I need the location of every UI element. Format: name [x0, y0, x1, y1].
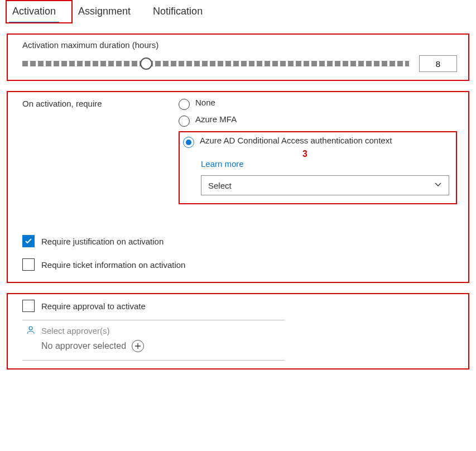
justification-label: Require justification on activation: [41, 237, 164, 246]
select-placeholder: Select: [208, 181, 232, 190]
radio-mfa-circle[interactable]: [179, 116, 190, 127]
person-icon: [26, 325, 36, 337]
duration-section: 1 Activation maximum duration (hours): [7, 33, 469, 81]
radio-ca-label: Azure AD Conditional Access authenticati…: [200, 136, 392, 145]
approval-label: Require approval to activate: [41, 301, 146, 311]
ca-context-select[interactable]: Select: [201, 175, 449, 195]
radio-mfa-label: Azure MFA: [195, 114, 237, 124]
approval-checkbox[interactable]: [22, 300, 35, 312]
add-approver-button[interactable]: [132, 340, 144, 352]
ticket-check[interactable]: Require ticket information on activation: [22, 258, 457, 271]
divider-2: [22, 360, 285, 361]
tab-notification[interactable]: Notification: [150, 3, 206, 23]
chevron-down-icon: [434, 181, 442, 190]
duration-input[interactable]: [419, 55, 457, 72]
svg-point-0: [29, 327, 32, 330]
approval-check[interactable]: Require approval to activate: [22, 300, 457, 312]
select-approvers-label: Select approver(s): [41, 326, 110, 335]
radio-mfa[interactable]: Azure MFA: [179, 114, 457, 127]
tabs: Activation Assignment Notification: [0, 0, 476, 23]
radio-ca-circle[interactable]: [183, 137, 194, 148]
tab-assignment[interactable]: Assignment: [75, 3, 134, 23]
radio-none-circle[interactable]: [179, 99, 190, 110]
justification-check[interactable]: Require justification on activation: [22, 235, 457, 247]
approval-section: 4 Require approval to activate Select ap…: [7, 293, 469, 370]
ticket-checkbox[interactable]: [22, 258, 35, 271]
divider: [22, 320, 285, 320]
radio-none-label: None: [195, 98, 215, 107]
tab-activation[interactable]: Activation: [9, 3, 59, 23]
no-approver-text: No approver selected: [41, 341, 126, 351]
requirement-section: 2 On activation, require None Azure MFA …: [7, 91, 469, 283]
ca-highlight: Azure AD Conditional Access authenticati…: [179, 131, 457, 204]
slider-thumb[interactable]: [140, 57, 152, 70]
ticket-label: Require ticket information on activation: [41, 260, 185, 270]
duration-slider[interactable]: [22, 57, 409, 70]
requirement-label: On activation, require: [22, 98, 179, 204]
duration-label: Activation maximum duration (hours): [22, 40, 457, 50]
radio-ca[interactable]: Azure AD Conditional Access authenticati…: [183, 136, 453, 148]
justification-checkbox[interactable]: [22, 235, 35, 247]
learn-more-link[interactable]: Learn more: [201, 159, 244, 169]
callout-3: 3: [302, 149, 307, 159]
radio-none[interactable]: None: [179, 98, 457, 110]
